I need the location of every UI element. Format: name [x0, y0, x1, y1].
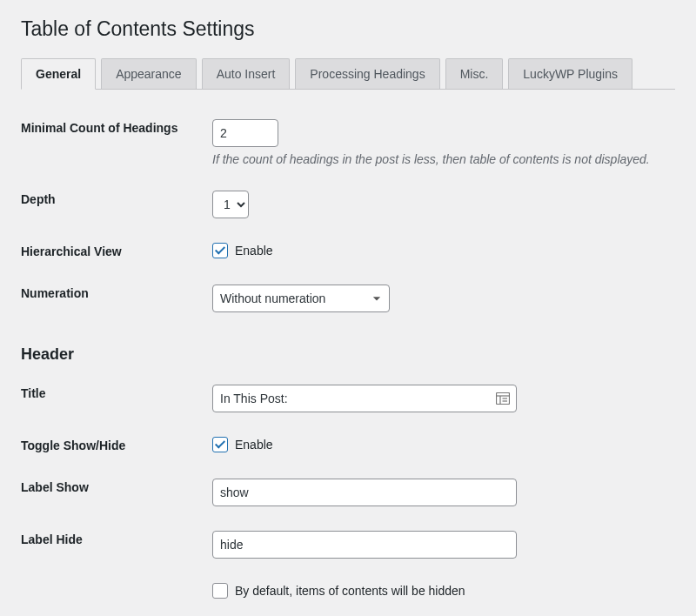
tab-processing-headings[interactable]: Processing Headings [295, 58, 439, 89]
toggle-checkbox[interactable] [212, 437, 228, 452]
min-count-input[interactable] [212, 119, 278, 147]
toggle-checkbox-label: Enable [235, 438, 273, 452]
hierarchical-checkbox[interactable] [212, 243, 228, 258]
label-show-label: Label Show [21, 466, 212, 519]
default-hidden-checkbox[interactable] [212, 583, 228, 599]
label-hide-input[interactable] [212, 531, 517, 559]
toggle-label: Toggle Show/Hide [21, 425, 212, 466]
hierarchical-label: Hierarchical View [21, 231, 212, 272]
min-count-description: If the count of headings in the post is … [212, 152, 675, 166]
tab-misc[interactable]: Misc. [445, 58, 504, 89]
numeration-label: Numeration [21, 272, 212, 325]
tab-luckywp-plugins[interactable]: LuckyWP Plugins [508, 58, 632, 89]
label-show-input[interactable] [212, 479, 517, 506]
numeration-select[interactable]: Without numeration [212, 285, 390, 312]
tab-general[interactable]: General [21, 58, 96, 90]
tab-appearance[interactable]: Appearance [101, 58, 197, 89]
depth-label: Depth [21, 178, 212, 231]
tab-auto-insert[interactable]: Auto Insert [202, 58, 291, 89]
header-section-heading: Header [21, 345, 666, 364]
page-title: Table of Contents Settings [21, 17, 675, 41]
hierarchical-checkbox-label: Enable [235, 244, 273, 258]
title-label: Title [21, 372, 212, 425]
label-hide-label: Label Hide [21, 519, 212, 571]
depth-select[interactable]: 1 [212, 191, 249, 218]
customize-icon[interactable] [496, 392, 510, 405]
default-hidden-checkbox-label: By default, items of contents will be hi… [235, 584, 465, 598]
settings-tabs: General Appearance Auto Insert Processin… [21, 58, 675, 90]
title-input[interactable] [212, 385, 517, 412]
min-count-label: Minimal Count of Headings [21, 107, 212, 178]
